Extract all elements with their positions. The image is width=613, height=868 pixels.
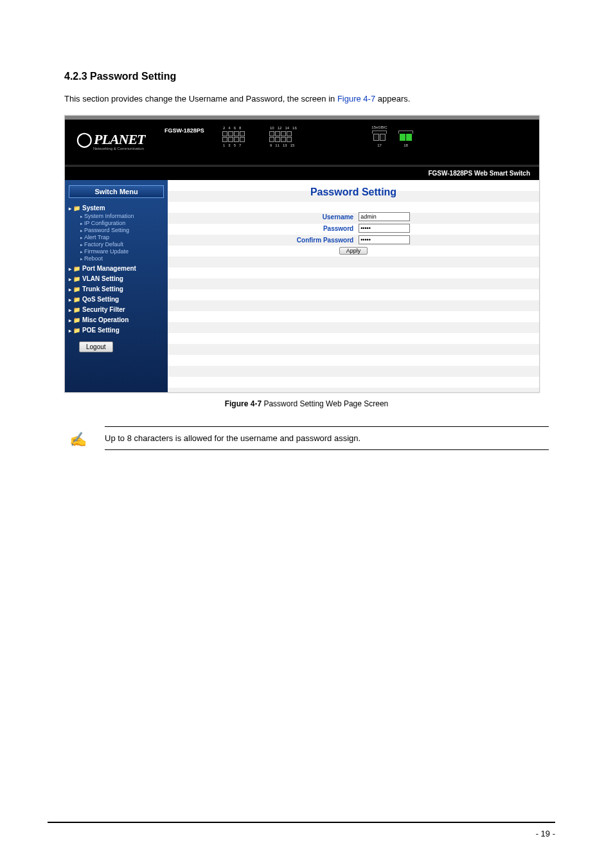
folder-icon: 📁: [73, 205, 80, 212]
caption-bold: Figure 4-7: [225, 399, 262, 408]
intro-pre: This section provides change the Usernam…: [64, 94, 337, 104]
port-num-row-top-1: 2468: [223, 126, 241, 130]
sidebar-item-trunk-setting[interactable]: 📁Trunk Setting: [69, 285, 164, 293]
port-num-row-top-2: 10121416: [270, 126, 297, 130]
port-num-row-bot-2: 9111315: [270, 143, 294, 147]
sidebar-item-vlan-setting[interactable]: 📁VLAN Setting: [69, 275, 164, 282]
fiber-pair-17: 15sGBIC 17: [373, 134, 386, 141]
sidebar-sub-reboot[interactable]: Reboot: [80, 255, 164, 262]
folder-icon: 📁: [73, 327, 80, 334]
sidebar-sub-system-information[interactable]: System Information: [80, 213, 164, 219]
device-panel: PLANET Networking & Communication FGSW-1…: [65, 116, 539, 166]
note-text: Up to 8 characters is allowed for the us…: [105, 426, 549, 450]
figure-link[interactable]: Figure 4-7: [337, 94, 375, 104]
username-field[interactable]: [359, 212, 410, 221]
folder-icon: 📁: [73, 307, 80, 313]
folder-icon: 📁: [73, 286, 80, 293]
brand-subtitle: Networking & Communication: [93, 147, 144, 150]
fiber-ports: 15sGBIC 17 18: [373, 134, 412, 141]
table-row: Confirm Password: [297, 235, 410, 244]
fiber-label: 15sGBIC: [371, 125, 387, 129]
folder-icon: 📁: [73, 317, 80, 323]
footer-rule: [48, 822, 555, 823]
port-group-2: 10121416 9111315: [269, 131, 292, 142]
page-title: Password Setting: [168, 186, 539, 198]
intro-text: This section provides change the Usernam…: [64, 94, 549, 104]
main-area: Password Setting Username Password Confi…: [168, 180, 539, 392]
password-label: Password: [297, 224, 356, 233]
sidebar-sub-firmware-update[interactable]: Firmware Update: [80, 248, 164, 255]
table-row: Password: [297, 224, 410, 233]
sidebar-item-system[interactable]: 📁System: [69, 204, 164, 212]
smart-switch-title: FGSW-1828PS Web Smart Switch: [65, 166, 539, 180]
sidebar-title: Switch Menu: [69, 185, 164, 198]
section-heading: 4.2.3 Password Setting: [64, 71, 549, 82]
port-group-1: 2468 1357: [222, 131, 245, 142]
folder-icon: 📁: [73, 266, 80, 272]
intro-post: appears.: [378, 94, 411, 104]
sidebar-sub-ip-configuration[interactable]: IP Configuration: [80, 220, 164, 226]
sidebar-item-port-management[interactable]: 📁Port Management: [69, 265, 164, 272]
fiber-pair-18: 18: [400, 134, 412, 141]
confirm-password-label: Confirm Password: [297, 235, 356, 244]
table-row: Username: [297, 212, 410, 221]
sidebar-item-misc-operation[interactable]: 📁Misc Operation: [69, 316, 164, 323]
sidebar-item-qos-setting[interactable]: 📁QoS Setting: [69, 296, 164, 303]
apply-button[interactable]: Apply: [339, 247, 368, 255]
model-label: FGSW-1828PS: [164, 127, 204, 134]
figure-caption: Figure 4-7 Password Setting Web Page Scr…: [64, 399, 549, 408]
sidebar: Switch Menu 📁System System Information I…: [65, 180, 168, 392]
username-label: Username: [297, 212, 356, 221]
brand-logo: PLANET: [76, 131, 145, 148]
note-row: ✍ Up to 8 characters is allowed for the …: [69, 426, 549, 450]
folder-icon: 📁: [73, 296, 80, 303]
sidebar-item-poe-setting[interactable]: 📁POE Setting: [69, 327, 164, 334]
port-num-row-bot-1: 1357: [223, 143, 241, 147]
page-number: - 19 -: [536, 829, 555, 838]
confirm-password-field[interactable]: [359, 235, 410, 244]
sidebar-sub-password-setting[interactable]: Password Setting: [80, 227, 164, 233]
password-field[interactable]: [359, 224, 410, 233]
web-screenshot: PLANET Networking & Communication FGSW-1…: [64, 115, 540, 393]
caption-rest: Password Setting Web Page Screen: [262, 399, 388, 408]
sidebar-sub-factory-default[interactable]: Factory Default: [80, 241, 164, 248]
password-form: Username Password Confirm Password: [294, 210, 413, 257]
note-icon: ✍: [69, 433, 87, 447]
sidebar-item-security-filter[interactable]: 📁Security Filter: [69, 306, 164, 313]
sidebar-sub-alert-trap[interactable]: Alert Trap: [80, 234, 164, 240]
table-row: Apply: [297, 247, 410, 255]
logout-button[interactable]: Logout: [79, 341, 113, 352]
folder-icon: 📁: [73, 276, 80, 282]
